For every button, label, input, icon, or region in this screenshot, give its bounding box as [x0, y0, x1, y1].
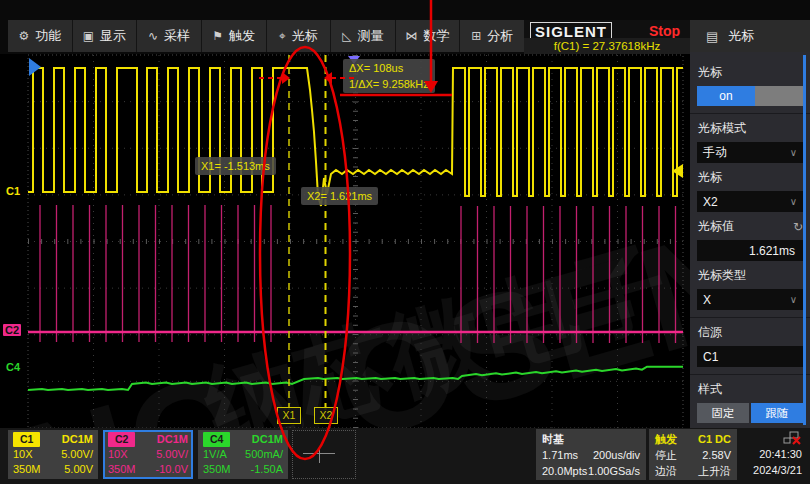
c4-bandwidth: 350M — [203, 462, 231, 477]
c1-level-marker[interactable]: C1 — [6, 185, 20, 197]
divider — [690, 317, 810, 318]
clock-time: 20:41:30 — [759, 446, 802, 462]
c2-badge: C2 — [108, 432, 135, 447]
delta-x-value: ΔX= 108us — [349, 60, 429, 76]
cursor-type-label: 光标类型 — [698, 267, 803, 284]
toggle-on[interactable]: on — [697, 86, 755, 106]
panel-header: ▤ 光标 — [690, 20, 810, 52]
panel-scroll-indicator[interactable] — [803, 55, 806, 425]
menu-trigger[interactable]: ⚑触发 — [202, 20, 266, 52]
waveform-svg — [0, 54, 690, 428]
timebase-box[interactable]: 时基 1.71ms200us/div 20.0Mpts1.00GSa/s — [536, 429, 646, 480]
cursor-enable-toggle[interactable]: on — [697, 86, 803, 106]
run-state[interactable]: Stop — [649, 23, 680, 39]
trigger-level: 2.58V — [702, 447, 731, 463]
timebase-memory: 20.0Mpts — [542, 463, 587, 479]
divider — [690, 374, 810, 375]
x2-readout: X2= 1.621ms — [301, 187, 378, 205]
menu-display-label: 显示 — [100, 27, 126, 45]
c2-level-marker[interactable]: C2 — [3, 324, 21, 336]
trigger-type: 边沿 — [655, 463, 677, 479]
datetime-box: 20:41:30 2024/3/21 — [740, 429, 808, 480]
panel-title: 光标 — [728, 27, 754, 45]
source-label: 信源 — [698, 324, 803, 341]
c1-offset: 5.00V — [64, 462, 93, 477]
c2-trace — [40, 205, 676, 343]
c4-probe: 1V/A — [203, 447, 227, 462]
menu-analysis-label: 分析 — [487, 27, 513, 45]
c2-offset: -10.0V — [156, 462, 188, 477]
menu-trigger-label: 触发 — [229, 27, 255, 45]
c1-badge: C1 — [13, 432, 40, 447]
measure-icon: ◺ — [342, 29, 351, 43]
menu-math-label: 数学 — [424, 27, 450, 45]
waveform-area[interactable]: NOVOSENSE 纳芯微电子 C1 C2 C4 ΔX= 108us 1/ΔX=… — [0, 54, 690, 428]
c4-coupling: DC1M — [252, 432, 283, 447]
trigger-box[interactable]: 触发C1 DC 停止2.58V 边沿上升沿 — [649, 429, 737, 480]
timebase-samplerate: 1.00GSa/s — [588, 463, 640, 479]
menu-cursors[interactable]: ⌖光标 — [267, 20, 331, 52]
x2-cursor-tag[interactable]: X2 — [314, 407, 338, 424]
refresh-icon[interactable]: ↻ — [793, 220, 803, 234]
cursor-select-dropdown[interactable]: X2∨ — [697, 191, 803, 212]
x1-cursor-tag[interactable]: X1 — [277, 407, 301, 424]
chevron-down-icon: ∨ — [790, 196, 797, 207]
menu-acquire[interactable]: ∿采样 — [137, 20, 201, 52]
timebase-scale: 200us/div — [593, 447, 640, 463]
trigger-mode: 停止 — [655, 447, 677, 463]
delta-x-readout: ΔX= 108us 1/ΔX= 9.258kHz — [343, 59, 435, 93]
analysis-icon: ⊞ — [471, 29, 481, 43]
gear-icon: ⚙ — [18, 29, 29, 43]
cursor-mode-label: 光标模式 — [698, 120, 803, 137]
style-fixed-button[interactable]: 固定 — [697, 403, 749, 423]
c1-scale: 5.00V/ — [61, 447, 93, 462]
channel-box-c1[interactable]: C1DC1M 10X5.00V/ 350M5.00V — [8, 430, 98, 479]
chevron-down-icon: ∨ — [790, 294, 797, 305]
c1-probe: 10X — [13, 447, 33, 462]
divider — [690, 113, 810, 114]
c2-bandwidth: 350M — [108, 462, 136, 477]
cursor-icon: ⌖ — [279, 29, 286, 43]
trigger-source: C1 DC — [698, 431, 731, 447]
frequency-counter: f(C1) = 27.37618kHz — [524, 38, 690, 55]
clock-date: 2024/3/21 — [753, 462, 802, 478]
c4-level-marker[interactable]: C4 — [6, 361, 20, 373]
trigger-title: 触发 — [655, 431, 677, 447]
c2-coupling: DC1M — [157, 432, 188, 447]
c1-coupling: DC1M — [62, 432, 93, 447]
cursor-type-dropdown[interactable]: X∨ — [697, 289, 803, 310]
c2-probe: 10X — [108, 447, 128, 462]
trigger-flag-icon: ⚑ — [212, 29, 223, 43]
oscilloscope-screen: ⚙功能 ▣显示 ∿采样 ⚑触发 ⌖光标 ◺测量 ⋈数学 ⊞分析 SIGLENT … — [0, 0, 810, 484]
style-follow-button[interactable]: 跟随 — [751, 403, 803, 423]
delay-crosshair-v — [319, 447, 320, 463]
cursor-mode-dropdown[interactable]: 手动∨ — [697, 142, 803, 163]
menu-acquire-label: 采样 — [164, 27, 190, 45]
cursor-enable-label: 光标 — [698, 64, 803, 81]
cursor-value-label: 光标值↻ — [698, 218, 803, 235]
menu-display[interactable]: ▣显示 — [73, 20, 137, 52]
trigger-slope: 上升沿 — [698, 463, 731, 479]
c4-trace — [28, 367, 683, 390]
toggle-off[interactable] — [755, 86, 803, 106]
network-disconnected-icon — [782, 431, 802, 446]
inv-delta-x-value: 1/ΔX= 9.258kHz — [349, 76, 429, 92]
c4-badge: C4 — [203, 432, 230, 447]
menu-math[interactable]: ⋈数学 — [396, 20, 460, 52]
trigger-delay-marker[interactable] — [29, 58, 41, 76]
chevron-down-icon: ∨ — [790, 147, 797, 158]
cursor-value-field[interactable]: 1.621ms — [697, 240, 803, 261]
trigger-delay-widget[interactable] — [292, 430, 356, 479]
channel-box-c2[interactable]: C2DC1M 10X5.00V/ 350M-10.0V — [103, 430, 193, 479]
menu-function[interactable]: ⚙功能 — [8, 20, 72, 52]
panel-menu-icon: ▤ — [706, 29, 718, 44]
style-label: 样式 — [698, 381, 803, 398]
menu-measure-label: 测量 — [358, 27, 384, 45]
channel-box-c4[interactable]: C4DC1M 1V/A500mA/ 350M-1.50A — [198, 430, 288, 479]
menu-measure[interactable]: ◺测量 — [331, 20, 395, 52]
source-field[interactable]: C1 — [697, 346, 803, 367]
cursor-panel: 光标 on 光标模式 手动∨ 光标 X2∨ 光标值↻ 1.621ms 光标类型 … — [690, 52, 810, 428]
menu-analysis[interactable]: ⊞分析 — [460, 20, 524, 52]
timebase-delay: 1.71ms — [542, 447, 578, 463]
menu-bar: ⚙功能 ▣显示 ∿采样 ⚑触发 ⌖光标 ◺测量 ⋈数学 ⊞分析 — [8, 20, 524, 52]
